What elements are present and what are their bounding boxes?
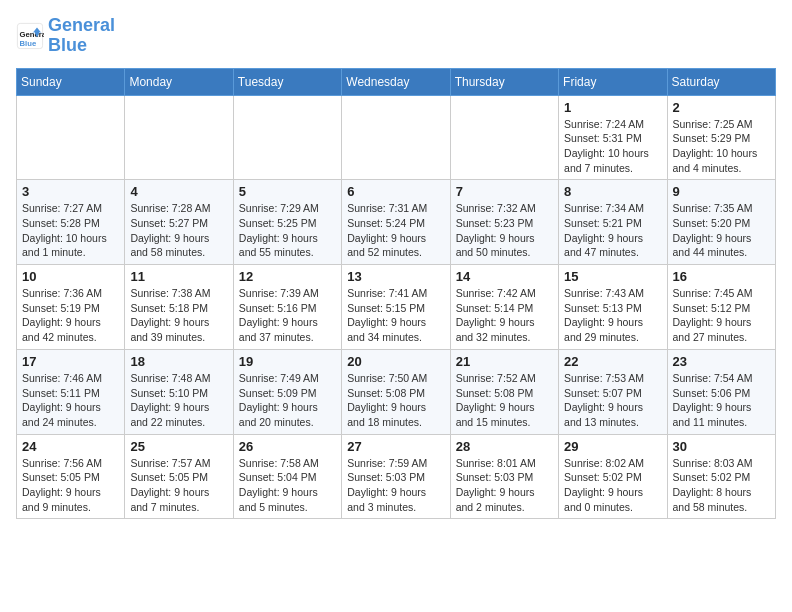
calendar-cell: 16Sunrise: 7:45 AM Sunset: 5:12 PM Dayli… bbox=[667, 265, 775, 350]
day-number: 7 bbox=[456, 184, 553, 199]
day-info: Sunrise: 7:31 AM Sunset: 5:24 PM Dayligh… bbox=[347, 201, 444, 260]
weekday-header-thursday: Thursday bbox=[450, 68, 558, 95]
calendar-cell: 2Sunrise: 7:25 AM Sunset: 5:29 PM Daylig… bbox=[667, 95, 775, 180]
day-info: Sunrise: 7:56 AM Sunset: 5:05 PM Dayligh… bbox=[22, 456, 119, 515]
day-number: 27 bbox=[347, 439, 444, 454]
calendar-cell bbox=[125, 95, 233, 180]
day-info: Sunrise: 7:35 AM Sunset: 5:20 PM Dayligh… bbox=[673, 201, 770, 260]
day-info: Sunrise: 7:34 AM Sunset: 5:21 PM Dayligh… bbox=[564, 201, 661, 260]
day-number: 28 bbox=[456, 439, 553, 454]
calendar-cell: 6Sunrise: 7:31 AM Sunset: 5:24 PM Daylig… bbox=[342, 180, 450, 265]
weekday-header-monday: Monday bbox=[125, 68, 233, 95]
day-info: Sunrise: 7:43 AM Sunset: 5:13 PM Dayligh… bbox=[564, 286, 661, 345]
calendar-cell: 12Sunrise: 7:39 AM Sunset: 5:16 PM Dayli… bbox=[233, 265, 341, 350]
calendar-cell: 17Sunrise: 7:46 AM Sunset: 5:11 PM Dayli… bbox=[17, 349, 125, 434]
day-info: Sunrise: 7:24 AM Sunset: 5:31 PM Dayligh… bbox=[564, 117, 661, 176]
calendar-week-1: 3Sunrise: 7:27 AM Sunset: 5:28 PM Daylig… bbox=[17, 180, 776, 265]
day-number: 25 bbox=[130, 439, 227, 454]
calendar-cell: 21Sunrise: 7:52 AM Sunset: 5:08 PM Dayli… bbox=[450, 349, 558, 434]
day-number: 13 bbox=[347, 269, 444, 284]
day-number: 29 bbox=[564, 439, 661, 454]
day-info: Sunrise: 7:59 AM Sunset: 5:03 PM Dayligh… bbox=[347, 456, 444, 515]
day-number: 17 bbox=[22, 354, 119, 369]
day-number: 26 bbox=[239, 439, 336, 454]
logo: General Blue GeneralBlue bbox=[16, 16, 115, 56]
day-info: Sunrise: 7:45 AM Sunset: 5:12 PM Dayligh… bbox=[673, 286, 770, 345]
calendar-week-4: 24Sunrise: 7:56 AM Sunset: 5:05 PM Dayli… bbox=[17, 434, 776, 519]
day-info: Sunrise: 7:46 AM Sunset: 5:11 PM Dayligh… bbox=[22, 371, 119, 430]
day-info: Sunrise: 7:25 AM Sunset: 5:29 PM Dayligh… bbox=[673, 117, 770, 176]
calendar-cell: 8Sunrise: 7:34 AM Sunset: 5:21 PM Daylig… bbox=[559, 180, 667, 265]
calendar-week-0: 1Sunrise: 7:24 AM Sunset: 5:31 PM Daylig… bbox=[17, 95, 776, 180]
svg-text:General: General bbox=[20, 30, 45, 39]
calendar-week-3: 17Sunrise: 7:46 AM Sunset: 5:11 PM Dayli… bbox=[17, 349, 776, 434]
weekday-header-tuesday: Tuesday bbox=[233, 68, 341, 95]
calendar-cell: 15Sunrise: 7:43 AM Sunset: 5:13 PM Dayli… bbox=[559, 265, 667, 350]
logo-icon: General Blue bbox=[16, 22, 44, 50]
day-number: 11 bbox=[130, 269, 227, 284]
day-info: Sunrise: 7:42 AM Sunset: 5:14 PM Dayligh… bbox=[456, 286, 553, 345]
day-number: 6 bbox=[347, 184, 444, 199]
day-number: 10 bbox=[22, 269, 119, 284]
day-number: 24 bbox=[22, 439, 119, 454]
svg-text:Blue: Blue bbox=[20, 39, 37, 48]
calendar-cell: 23Sunrise: 7:54 AM Sunset: 5:06 PM Dayli… bbox=[667, 349, 775, 434]
calendar-week-2: 10Sunrise: 7:36 AM Sunset: 5:19 PM Dayli… bbox=[17, 265, 776, 350]
day-info: Sunrise: 7:57 AM Sunset: 5:05 PM Dayligh… bbox=[130, 456, 227, 515]
calendar-cell bbox=[233, 95, 341, 180]
day-info: Sunrise: 7:29 AM Sunset: 5:25 PM Dayligh… bbox=[239, 201, 336, 260]
logo-text: GeneralBlue bbox=[48, 16, 115, 56]
calendar-cell: 3Sunrise: 7:27 AM Sunset: 5:28 PM Daylig… bbox=[17, 180, 125, 265]
calendar-cell: 30Sunrise: 8:03 AM Sunset: 5:02 PM Dayli… bbox=[667, 434, 775, 519]
calendar-header-row: SundayMondayTuesdayWednesdayThursdayFrid… bbox=[17, 68, 776, 95]
day-info: Sunrise: 7:49 AM Sunset: 5:09 PM Dayligh… bbox=[239, 371, 336, 430]
day-info: Sunrise: 7:58 AM Sunset: 5:04 PM Dayligh… bbox=[239, 456, 336, 515]
calendar-cell: 11Sunrise: 7:38 AM Sunset: 5:18 PM Dayli… bbox=[125, 265, 233, 350]
weekday-header-friday: Friday bbox=[559, 68, 667, 95]
calendar-cell: 18Sunrise: 7:48 AM Sunset: 5:10 PM Dayli… bbox=[125, 349, 233, 434]
day-info: Sunrise: 7:32 AM Sunset: 5:23 PM Dayligh… bbox=[456, 201, 553, 260]
calendar-cell: 20Sunrise: 7:50 AM Sunset: 5:08 PM Dayli… bbox=[342, 349, 450, 434]
calendar-cell: 22Sunrise: 7:53 AM Sunset: 5:07 PM Dayli… bbox=[559, 349, 667, 434]
day-number: 9 bbox=[673, 184, 770, 199]
calendar-cell: 24Sunrise: 7:56 AM Sunset: 5:05 PM Dayli… bbox=[17, 434, 125, 519]
day-info: Sunrise: 8:02 AM Sunset: 5:02 PM Dayligh… bbox=[564, 456, 661, 515]
calendar-cell: 27Sunrise: 7:59 AM Sunset: 5:03 PM Dayli… bbox=[342, 434, 450, 519]
day-info: Sunrise: 7:36 AM Sunset: 5:19 PM Dayligh… bbox=[22, 286, 119, 345]
day-number: 1 bbox=[564, 100, 661, 115]
day-number: 5 bbox=[239, 184, 336, 199]
calendar-cell bbox=[342, 95, 450, 180]
day-info: Sunrise: 8:01 AM Sunset: 5:03 PM Dayligh… bbox=[456, 456, 553, 515]
day-number: 21 bbox=[456, 354, 553, 369]
day-info: Sunrise: 7:41 AM Sunset: 5:15 PM Dayligh… bbox=[347, 286, 444, 345]
page-header: General Blue GeneralBlue bbox=[16, 16, 776, 56]
calendar-cell bbox=[450, 95, 558, 180]
day-number: 8 bbox=[564, 184, 661, 199]
day-number: 4 bbox=[130, 184, 227, 199]
weekday-header-sunday: Sunday bbox=[17, 68, 125, 95]
day-number: 15 bbox=[564, 269, 661, 284]
calendar-cell: 1Sunrise: 7:24 AM Sunset: 5:31 PM Daylig… bbox=[559, 95, 667, 180]
day-number: 30 bbox=[673, 439, 770, 454]
day-number: 3 bbox=[22, 184, 119, 199]
calendar-cell: 10Sunrise: 7:36 AM Sunset: 5:19 PM Dayli… bbox=[17, 265, 125, 350]
day-info: Sunrise: 7:52 AM Sunset: 5:08 PM Dayligh… bbox=[456, 371, 553, 430]
day-number: 18 bbox=[130, 354, 227, 369]
day-info: Sunrise: 7:48 AM Sunset: 5:10 PM Dayligh… bbox=[130, 371, 227, 430]
weekday-header-saturday: Saturday bbox=[667, 68, 775, 95]
day-number: 2 bbox=[673, 100, 770, 115]
calendar-table: SundayMondayTuesdayWednesdayThursdayFrid… bbox=[16, 68, 776, 520]
calendar-cell: 4Sunrise: 7:28 AM Sunset: 5:27 PM Daylig… bbox=[125, 180, 233, 265]
calendar-cell: 29Sunrise: 8:02 AM Sunset: 5:02 PM Dayli… bbox=[559, 434, 667, 519]
day-info: Sunrise: 7:27 AM Sunset: 5:28 PM Dayligh… bbox=[22, 201, 119, 260]
day-number: 22 bbox=[564, 354, 661, 369]
calendar-body: 1Sunrise: 7:24 AM Sunset: 5:31 PM Daylig… bbox=[17, 95, 776, 519]
weekday-header-wednesday: Wednesday bbox=[342, 68, 450, 95]
day-info: Sunrise: 8:03 AM Sunset: 5:02 PM Dayligh… bbox=[673, 456, 770, 515]
calendar-cell: 7Sunrise: 7:32 AM Sunset: 5:23 PM Daylig… bbox=[450, 180, 558, 265]
day-info: Sunrise: 7:28 AM Sunset: 5:27 PM Dayligh… bbox=[130, 201, 227, 260]
calendar-cell: 5Sunrise: 7:29 AM Sunset: 5:25 PM Daylig… bbox=[233, 180, 341, 265]
day-number: 19 bbox=[239, 354, 336, 369]
calendar-cell: 9Sunrise: 7:35 AM Sunset: 5:20 PM Daylig… bbox=[667, 180, 775, 265]
day-number: 12 bbox=[239, 269, 336, 284]
